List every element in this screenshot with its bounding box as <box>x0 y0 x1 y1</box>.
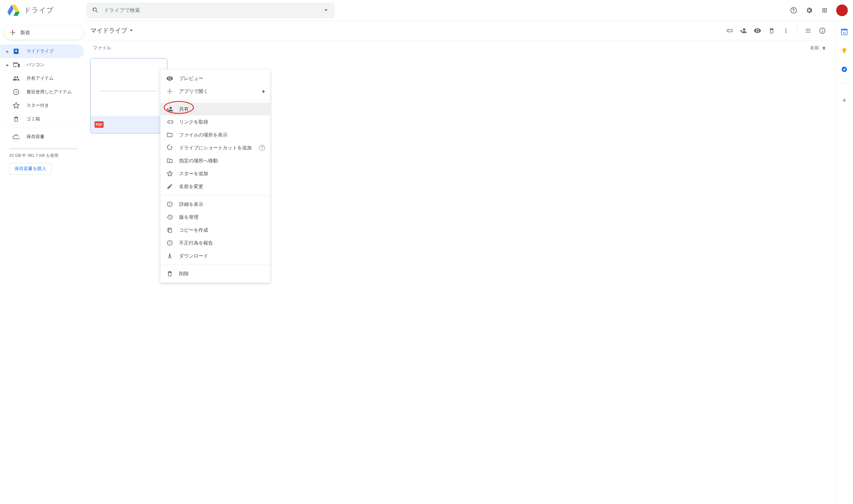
tasks-icon <box>841 66 848 73</box>
info-icon <box>819 27 826 34</box>
menu-item-download[interactable]: ダウンロード <box>160 249 270 262</box>
menu-item-label: リンクを取得 <box>179 119 208 125</box>
open-icon <box>166 88 173 95</box>
keep-app-button[interactable] <box>838 44 851 57</box>
caret-down-icon <box>130 30 133 31</box>
person-add-icon <box>740 27 747 34</box>
search-input[interactable] <box>102 7 320 13</box>
menu-item-info[interactable]: 詳細を表示 <box>160 198 270 211</box>
help-icon <box>790 6 798 14</box>
apps-button[interactable] <box>818 4 831 17</box>
nav-label: 最近使用したアイテム <box>26 89 72 95</box>
nav-recent[interactable]: 最近使用したアイテム <box>0 85 84 99</box>
support-button[interactable] <box>787 4 800 17</box>
add-panel-app-button[interactable]: ＋ <box>838 94 851 107</box>
delete-button[interactable] <box>765 24 778 37</box>
search-options-button[interactable] <box>320 4 333 17</box>
more-vert-icon <box>783 28 789 34</box>
nav-storage[interactable]: 保存容量 <box>0 130 84 144</box>
menu-item-history[interactable]: 版を管理 <box>160 211 270 223</box>
sort-label: 名前 <box>810 45 819 51</box>
settings-button[interactable] <box>803 4 816 17</box>
nav-label: スター付き <box>26 103 49 108</box>
help-icon[interactable]: ? <box>259 145 265 151</box>
menu-item-person-add[interactable]: 共有 <box>160 103 270 115</box>
expand-icon[interactable]: ▸ <box>6 49 10 54</box>
menu-item-move[interactable]: 指定の場所へ移動 <box>160 154 270 167</box>
nav-shared[interactable]: 共有アイテム <box>0 72 84 85</box>
report-icon <box>166 239 173 247</box>
menu-item-open[interactable]: アプリで開く <box>160 85 270 98</box>
search-button[interactable] <box>89 4 102 17</box>
folder-path-button[interactable]: マイドライブ <box>90 26 133 35</box>
nav-computers[interactable]: ▸ パソコン <box>0 58 84 72</box>
nav-starred[interactable]: スター付き <box>0 99 84 112</box>
file-footer: PDF <box>91 116 167 133</box>
download-icon <box>166 252 173 259</box>
link-icon <box>726 27 733 34</box>
main-content: マイドライブ ファイル 名前 <box>84 21 836 504</box>
file-card[interactable]: PDF <box>90 58 167 133</box>
list-view-icon <box>805 28 811 34</box>
menu-item-trash[interactable]: 削除 <box>160 267 270 280</box>
person-add-icon <box>166 106 173 113</box>
path-title-label: マイドライブ <box>90 26 127 35</box>
drive-icon <box>12 48 20 55</box>
nav-my-drive[interactable]: ▸ マイドライブ <box>0 44 84 58</box>
history-icon <box>166 214 173 221</box>
sidebar: 新規 ▸ マイドライブ ▸ パソコン 共有アイテム 最近使用したアイテム <box>0 21 84 504</box>
new-button[interactable]: 新規 <box>4 25 84 40</box>
account-avatar[interactable] <box>836 4 848 16</box>
svg-point-0 <box>169 91 170 92</box>
files-grid: PDF プレビューアプリで開く共有リンクを取得ファイルの場所を表示ドライブにショ… <box>84 56 835 136</box>
menu-item-label: 詳細を表示 <box>179 201 203 208</box>
new-button-label: 新規 <box>20 30 30 36</box>
menu-item-label: 共有 <box>179 106 189 112</box>
sort-toggle[interactable]: 名前 <box>810 45 826 51</box>
app-name: ドライブ <box>24 5 54 15</box>
caret-down-icon <box>324 10 327 11</box>
menu-item-rename[interactable]: 名前を変更 <box>160 180 270 193</box>
logo-section[interactable]: ドライブ <box>3 3 87 17</box>
menu-item-label: 指定の場所へ移動 <box>179 158 218 164</box>
expand-icon[interactable]: ▸ <box>6 62 10 68</box>
menu-item-shortcut[interactable]: ドライブにショートカットを追加? <box>160 141 270 154</box>
storage-usage-text: 15 GB 中 381.7 KB を使用 <box>9 152 77 158</box>
trash-icon <box>12 115 20 123</box>
svg-text:31: 31 <box>843 31 846 35</box>
search-bar[interactable] <box>87 3 335 18</box>
menu-item-folder[interactable]: ファイルの場所を表示 <box>160 128 270 141</box>
devices-icon <box>12 61 20 69</box>
menu-item-label: 不正行為を報告 <box>179 240 213 246</box>
nav-trash[interactable]: ゴミ箱 <box>0 112 84 126</box>
folder-icon <box>166 131 173 139</box>
file-thumbnail <box>91 59 167 116</box>
menu-item-star[interactable]: スターを追加 <box>160 167 270 180</box>
preview-button[interactable] <box>751 24 764 37</box>
header: ドライブ <box>0 0 853 21</box>
more-button[interactable] <box>779 24 792 37</box>
menu-item-link[interactable]: リンクを取得 <box>160 115 270 128</box>
plus-multicolor-icon <box>9 29 16 36</box>
menu-item-eye[interactable]: プレビュー <box>160 72 270 85</box>
nav-label: 保存容量 <box>26 134 45 140</box>
menu-item-copy[interactable]: コピーを作成 <box>160 223 270 236</box>
nav-label: パソコン <box>26 62 45 68</box>
chevron-right-icon <box>263 90 265 93</box>
buy-storage-button[interactable]: 保存容量を購入 <box>9 163 52 175</box>
shortcut-icon <box>166 144 173 151</box>
arrow-up-icon <box>822 46 826 50</box>
star-icon <box>12 102 20 109</box>
tasks-app-button[interactable] <box>838 63 851 76</box>
details-button[interactable] <box>816 24 829 37</box>
menu-item-report[interactable]: 不正行為を報告 <box>160 236 270 249</box>
people-icon <box>12 74 20 82</box>
menu-item-label: アプリで開く <box>179 88 208 94</box>
get-link-button[interactable] <box>723 24 735 37</box>
calendar-app-button[interactable]: 31 <box>838 25 851 38</box>
eye-icon <box>166 75 173 82</box>
calendar-icon: 31 <box>841 29 848 36</box>
share-button[interactable] <box>737 24 750 37</box>
info-icon <box>166 201 173 208</box>
view-list-button[interactable] <box>802 24 815 37</box>
